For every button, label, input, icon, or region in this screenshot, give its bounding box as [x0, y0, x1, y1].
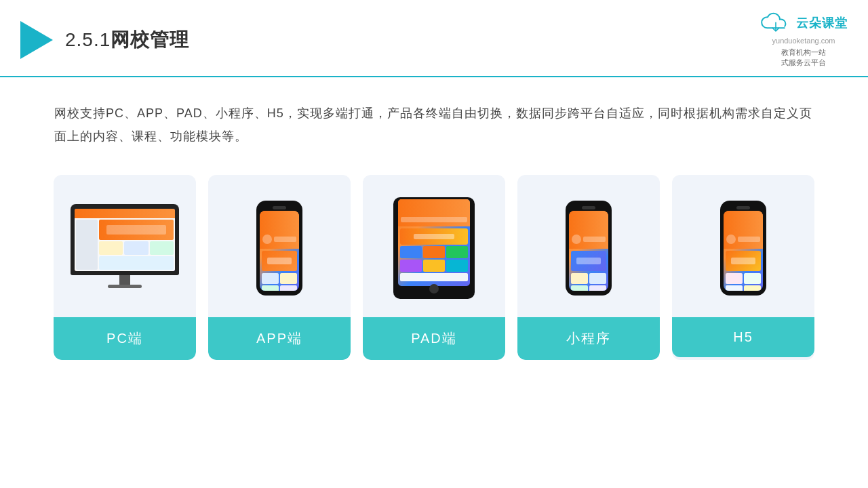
- header: 2.5.1网校管理 云朵课堂 yunduoketang.com 教育机构一站式服…: [0, 0, 868, 77]
- h5-phone-icon: [720, 201, 766, 296]
- play-icon: [20, 21, 53, 59]
- page-title: 2.5.1网校管理: [65, 27, 189, 53]
- header-left: 2.5.1网校管理: [20, 21, 189, 59]
- card-pc-image: [54, 175, 196, 317]
- card-pad-label: PAD端: [363, 317, 505, 360]
- card-pc: PC端: [54, 175, 196, 360]
- card-miniapp-image: [517, 175, 660, 317]
- cards-container: PC端: [0, 161, 868, 373]
- cloud-icon: [760, 12, 792, 34]
- card-h5-label: H5: [672, 317, 814, 357]
- phone-icon: [256, 201, 302, 296]
- card-app: APP端: [208, 175, 351, 360]
- brand-url: yunduoketang.com: [772, 37, 835, 45]
- card-miniapp-label: 小程序: [517, 317, 660, 360]
- card-app-label: APP端: [208, 317, 351, 360]
- card-pad: PAD端: [363, 175, 505, 360]
- brand-logo: 云朵课堂 yunduoketang.com 教育机构一站式服务云平台: [760, 12, 848, 68]
- card-pad-image: [363, 175, 505, 317]
- pc-monitor-icon: [71, 204, 179, 292]
- card-h5-image: [672, 175, 814, 317]
- description-text: 网校支持PC、APP、PAD、小程序、H5，实现多端打通，产品各终端自由切换，数…: [0, 77, 868, 161]
- brand-icon-wrap: 云朵课堂: [760, 12, 848, 34]
- brand-slogan: 教育机构一站式服务云平台: [781, 47, 826, 68]
- card-miniapp: 小程序: [517, 175, 660, 360]
- card-pc-label: PC端: [54, 317, 196, 360]
- card-h5: H5: [672, 175, 814, 360]
- brand-name: 云朵课堂: [796, 15, 848, 31]
- tablet-icon: [393, 197, 475, 299]
- card-app-image: [208, 175, 351, 317]
- miniapp-phone-icon: [566, 201, 612, 296]
